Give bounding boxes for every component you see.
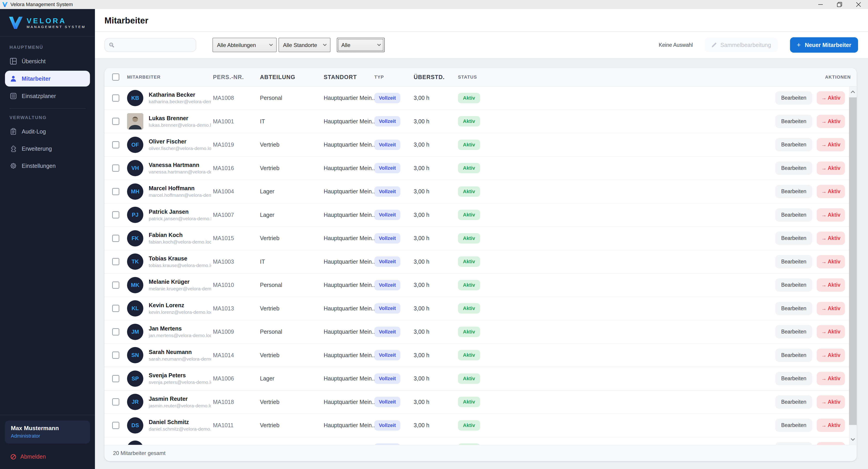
edit-button[interactable]: Bearbeiten [775,185,812,198]
row-checkbox[interactable] [112,281,119,289]
deactivate-button[interactable]: → Aktiv [817,278,845,292]
logout-button[interactable]: Abmelden [10,454,90,460]
edit-button[interactable]: Bearbeiten [775,395,812,409]
employee-name[interactable]: Katharina Becker [149,92,211,98]
pencil-icon [711,42,717,48]
employee-name[interactable]: Tobias Krause [149,255,211,262]
location-cell: Hauptquartier Mein... [324,188,374,195]
avatar-initials: MH [131,189,139,195]
row-checkbox[interactable] [112,305,119,312]
table-row: MH Marcel Hoffmann marcel.hoffmann@velor… [104,180,849,204]
row-checkbox[interactable] [112,375,119,382]
row-checkbox[interactable] [112,398,119,405]
deactivate-button[interactable]: → Aktiv [817,418,845,432]
row-checkbox[interactable] [112,235,119,242]
avatar: NS [127,440,143,445]
deactivate-button[interactable]: → Aktiv [817,91,845,105]
search-input[interactable] [117,42,192,48]
edit-button[interactable]: Bearbeiten [775,442,812,445]
plus-icon: + [797,41,801,49]
edit-button[interactable]: Bearbeiten [775,255,812,268]
edit-button[interactable]: Bearbeiten [775,91,812,105]
edit-button[interactable]: Bearbeiten [775,348,812,362]
employee-name[interactable]: Marcel Hoffmann [149,185,211,192]
edit-button[interactable]: Bearbeiten [775,302,812,315]
deactivate-button[interactable]: → Aktiv [817,372,845,385]
row-checkbox[interactable] [112,94,119,102]
employee-text: Katharina Becker katharina.becker@velora… [149,92,211,104]
table-row: MK Melanie Krüger melanie.krueger@velora… [104,274,849,297]
edit-button[interactable]: Bearbeiten [775,372,812,385]
logout-label: Abmelden [20,454,46,460]
deactivate-button[interactable]: → Aktiv [817,232,845,245]
avatar: JR [127,394,143,410]
row-checkbox[interactable] [112,164,119,172]
edit-button[interactable]: Bearbeiten [775,208,812,222]
row-checkbox[interactable] [112,118,119,125]
deactivate-button[interactable]: → Aktiv [817,185,845,198]
row-checkbox[interactable] [112,422,119,429]
row-checkbox[interactable] [112,211,119,219]
overtime-cell: 3,00 h [414,399,458,405]
row-checkbox[interactable] [112,258,119,265]
edit-button[interactable]: Bearbeiten [775,278,812,292]
user-card[interactable]: Max Mustermann Administrator [5,421,90,443]
employee-name[interactable]: Daniel Schmitz [149,419,211,425]
sidebar-item-einstellungen[interactable]: Einstellungen [5,158,90,173]
location-filter-select[interactable]: Alle Standorte [278,38,331,52]
close-button[interactable] [849,0,868,9]
sidebar-item-erweiterung[interactable]: Erweiterung [5,141,90,156]
sidebar-item-mitarbeiter[interactable]: Mitarbeiter [5,71,90,87]
deactivate-button[interactable]: → Aktiv [817,138,845,152]
deactivate-button[interactable]: → Aktiv [817,348,845,362]
restore-button[interactable] [830,0,849,9]
employee-name[interactable]: Melanie Krüger [149,278,211,285]
employee-name[interactable]: Sarah Neumann [149,349,211,355]
edit-button[interactable]: Bearbeiten [775,232,812,245]
department-filter-select[interactable]: Alle Abteilungen [213,38,277,52]
new-employee-button[interactable]: + Neuer Mitarbeiter [790,37,858,53]
scroll-down-button[interactable] [849,434,857,445]
employee-text: Sarah Neumann sarah.neumann@velora-demo.… [149,349,211,362]
employee-name[interactable]: Jasmin Reuter [149,396,211,402]
scrollbar-thumb[interactable] [849,97,857,425]
deactivate-button[interactable]: → Aktiv [817,325,845,338]
row-checkbox[interactable] [112,328,119,335]
employee-name[interactable]: Patrick Jansen [149,208,211,215]
deactivate-button[interactable]: → Aktiv [817,442,845,445]
column-status: STATUS [458,74,511,80]
scroll-up-button[interactable] [849,87,857,97]
avatar: JM [127,324,143,340]
deactivate-button[interactable]: → Aktiv [817,208,845,222]
sidebar-item-einsatzplaner[interactable]: Einsatzplaner [5,88,90,104]
department-cell: Vertrieb [260,422,324,429]
employee-name[interactable]: Lukas Brenner [149,115,211,122]
employee-name[interactable]: Jan Mertens [149,325,211,332]
deactivate-button[interactable]: → Aktiv [817,162,845,175]
edit-button[interactable]: Bearbeiten [775,115,812,128]
select-all-checkbox[interactable] [112,73,119,81]
overtime-cell: 3,00 h [414,188,458,195]
edit-button[interactable]: Bearbeiten [775,162,812,175]
edit-button[interactable]: Bearbeiten [775,325,812,338]
row-checkbox[interactable] [112,141,119,148]
employee-name[interactable]: Svenja Peters [149,372,211,379]
deactivate-button[interactable]: → Aktiv [817,302,845,315]
edit-button[interactable]: Bearbeiten [775,138,812,152]
sidebar-item-audit-log[interactable]: Audit-Log [5,124,90,139]
employee-name[interactable]: Fabian Koch [149,232,211,238]
minimize-button[interactable] [811,0,830,9]
overtime-cell: 3,00 h [414,118,458,125]
deactivate-button[interactable]: → Aktiv [817,115,845,128]
edit-button[interactable]: Bearbeiten [775,418,812,432]
deactivate-button[interactable]: → Aktiv [817,395,845,409]
row-checkbox[interactable] [112,351,119,359]
bulk-edit-button[interactable]: Sammelbearbeitung [705,38,778,52]
employee-name[interactable]: Kevin Lorenz [149,302,211,309]
deactivate-button[interactable]: → Aktiv [817,255,845,268]
sidebar-item-uebersicht[interactable]: Übersicht [5,54,90,69]
row-checkbox[interactable] [112,188,119,195]
employee-name[interactable]: Oliver Fischer [149,138,211,145]
employee-name[interactable]: Vanessa Hartmann [149,162,211,168]
status-filter-select[interactable]: Alle [337,38,385,52]
